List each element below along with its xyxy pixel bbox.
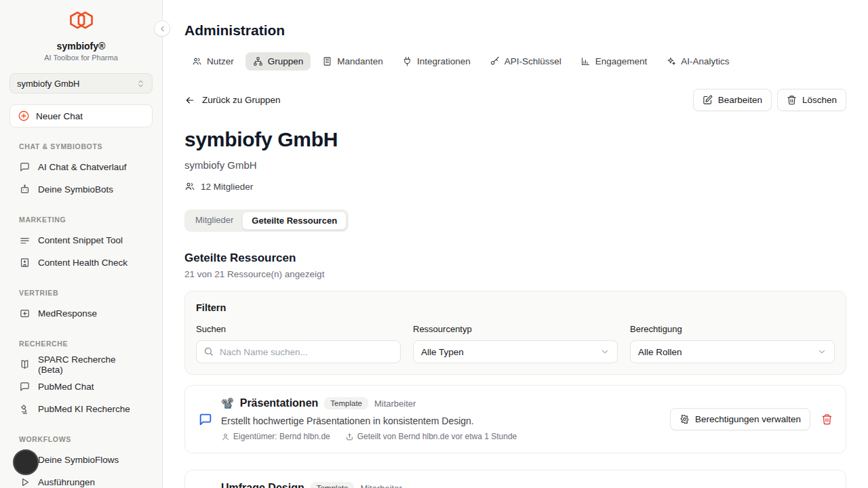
back-link-label: Zurück zu Gruppen [202,95,281,105]
trash-icon [821,413,833,425]
sidebar-item-label: AI Chat & Chatverlauf [38,162,127,172]
sidebar-item-pubmed-ki[interactable]: PubMed KI Recherche [0,398,162,420]
sidebar-item-label: MedResponse [38,308,97,319]
sidebar-item-symbiobots[interactable]: Deine SymbioBots [0,178,162,201]
sidebar-item-label: Content Health Check [38,258,127,268]
tab-label: API-Schlüssel [505,56,561,66]
search-label: Suchen [196,324,401,334]
users-icon [192,56,202,66]
search-input[interactable] [196,340,401,363]
tab-ai-analytics[interactable]: AI-Analytics [658,52,736,70]
page-title: Administration [184,22,846,39]
tab-label: Nutzer [207,56,234,66]
resource-role: Mitarbeiter [374,399,416,409]
chat-icon [19,161,31,173]
chevron-down-icon [600,347,610,357]
sidebar-item-label: PubMed KI Recherche [38,404,130,414]
view-switcher: Mitglieder Geteilte Ressourcen [184,209,349,232]
permission-label: Berechtigung [630,324,835,334]
chevron-down-icon [817,347,827,357]
sidebar-item-label: SPARC Recherche (Beta) [38,354,143,375]
org-selector[interactable]: symbiofy GmbH [9,73,153,94]
sidebar-item-ai-chat[interactable]: AI Chat & Chatverlauf [0,156,162,178]
resource-emoji: 📽️ [221,397,234,409]
sparkles-icon [666,56,676,66]
brand-name: symbiofy® [0,41,162,52]
health-building-icon [19,257,31,268]
sidebar-item-medresponse[interactable]: MedResponse [0,302,162,325]
sidebar-collapse-button[interactable] [154,20,170,37]
share-icon [345,432,354,441]
user-icon [221,432,230,441]
filter-title: Filtern [196,302,835,313]
members-count: 12 Mitglieder [201,182,253,192]
gear-icon [679,414,690,424]
tab-gruppen[interactable]: Gruppen [245,52,311,70]
text-lines-icon [19,235,31,246]
floating-widget[interactable] [13,449,39,475]
brand-tagline: AI Toolbox for Pharma [0,54,162,62]
tab-label: Engagement [595,56,648,66]
org-selector-value: symbiofy GmbH [17,79,79,89]
tab-integrationen[interactable]: Integrationen [395,52,478,70]
tab-mitglieder[interactable]: Mitglieder [186,211,242,230]
microscope-icon [19,403,31,415]
nav-section-title: RECHERCHE [0,340,162,348]
edit-button-label: Bearbeiten [718,95,762,105]
admin-tab-bar: Nutzer Gruppen Mandanten Integrationen A… [184,52,846,70]
plus-circle-icon [18,110,30,122]
sidebar-item-content-snippet[interactable]: Content Snippet Tool [0,229,162,251]
group-subtitle: symbiofy GmbH [184,159,846,171]
sidebar-item-label: Content Snippet Tool [38,235,123,245]
resource-name: Umfrage Design [221,482,304,488]
tab-api-schluessel[interactable]: API-Schlüssel [482,52,569,70]
building-icon [322,56,332,66]
sidebar-item-label: Ausführungen [38,477,95,487]
resource-owner: Eigentümer: Bernd hlbn.de [233,432,330,441]
new-chat-button[interactable]: Neuer Chat [9,104,153,127]
tab-engagement[interactable]: Engagement [573,52,655,70]
sidebar-item-label: Deine SymbioBots [38,184,113,195]
sidebar-item-label: Deine SymbioFlows [38,455,119,465]
chat-icon [19,381,31,392]
manage-permissions-label: Berechtigungen verwalten [695,414,801,424]
resource-badge: Template [311,482,355,488]
tab-label: Mandanten [337,56,383,66]
delete-button[interactable]: Löschen [777,89,846,111]
permission-select[interactable]: Alle Rollen [630,340,835,363]
resource-card: Umfrage Design Template Mitarbeiter [184,470,846,488]
edit-icon [703,95,713,105]
type-label: Ressourcentyp [413,324,618,334]
delete-resource-button[interactable] [821,413,833,425]
sidebar-item-sparc[interactable]: SPARC Recherche (Beta) [0,353,162,375]
back-to-groups-link[interactable]: Zurück zu Gruppen [184,95,281,106]
arrow-left-icon [184,95,195,106]
manage-permissions-button[interactable]: Berechtigungen verwalten [670,408,810,430]
brand: symbiofy® AI Toolbox for Pharma [0,0,162,62]
key-icon [490,56,500,66]
hierarchy-icon [253,56,263,66]
resource-role: Mitarbeiter [360,483,401,488]
edit-button[interactable]: Bearbeiten [693,89,772,111]
tab-label: Gruppen [268,56,304,66]
new-chat-label: Neuer Chat [36,111,83,121]
trash-icon [787,95,797,105]
tab-nutzer[interactable]: Nutzer [184,52,241,70]
sidebar-item-label: PubMed Chat [38,382,94,392]
delete-button-label: Löschen [802,95,837,105]
tab-label: AI-Analytics [681,56,729,66]
symbiofy-logo-icon [66,10,97,35]
permission-select-value: Alle Rollen [638,347,682,357]
sidebar-item-pubmed-chat[interactable]: PubMed Chat [0,375,162,398]
tab-mandanten[interactable]: Mandanten [315,52,391,70]
shared-resources-heading: Geteilte Ressourcen [184,251,846,265]
tab-geteilte-ressourcen[interactable]: Geteilte Ressourcen [242,211,347,230]
users-icon [184,181,195,192]
shared-resources-count: 21 von 21 Ressource(n) angezeigt [184,269,846,279]
play-icon [19,476,31,488]
filter-panel: Filtern Suchen Ressourcentyp Alle Typen … [184,291,846,375]
chevron-left-icon [158,24,167,33]
chat-bubble-icon [198,412,213,427]
sidebar-item-content-health[interactable]: Content Health Check [0,251,162,274]
type-select[interactable]: Alle Typen [413,340,618,363]
